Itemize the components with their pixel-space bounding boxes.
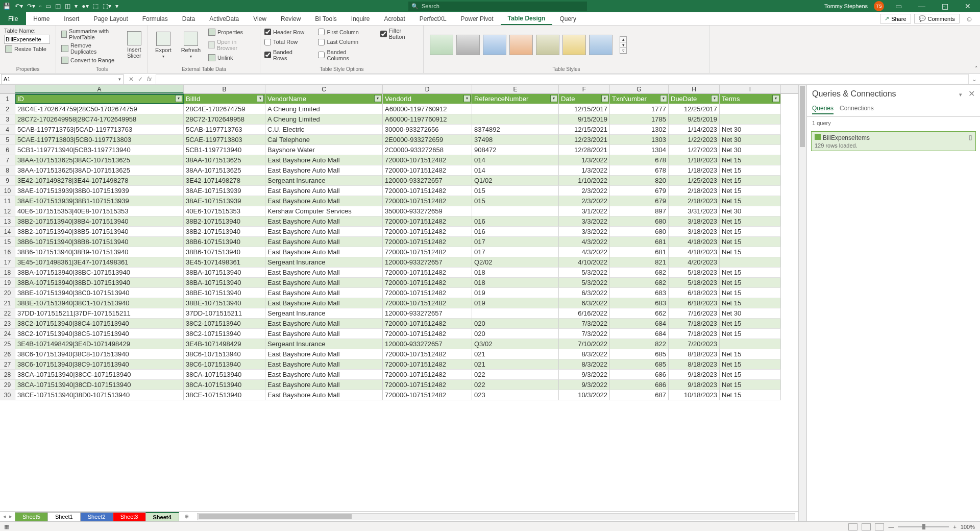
- data-cell[interactable]: 1/3/2022: [559, 155, 610, 165]
- data-cell[interactable]: [472, 114, 559, 125]
- data-cell[interactable]: 4/20/2023: [669, 257, 720, 268]
- unlink-button[interactable]: Unlink: [207, 54, 256, 62]
- row-number[interactable]: 27: [0, 359, 15, 370]
- data-cell[interactable]: 3E4B-1071498429|3E4D-1071498429: [15, 339, 184, 349]
- sheet-tab-sheet5[interactable]: Sheet5: [15, 512, 48, 521]
- data-cell[interactable]: 1/25/2023: [669, 176, 720, 186]
- data-cell[interactable]: 3/3/2022: [559, 227, 610, 237]
- data-cell[interactable]: 8/3/2022: [559, 349, 610, 359]
- column-header[interactable]: F: [559, 85, 610, 93]
- row-number[interactable]: 28: [0, 370, 15, 380]
- row-number[interactable]: 11: [0, 196, 15, 206]
- data-cell[interactable]: 9/25/2019: [669, 114, 720, 125]
- data-cell[interactable]: 020: [472, 319, 559, 329]
- row-number[interactable]: 9: [0, 176, 15, 186]
- data-cell[interactable]: 682: [610, 268, 669, 278]
- data-cell[interactable]: 40E6-1071515353|40E8-1071515353: [15, 206, 184, 216]
- data-cell[interactable]: East Bayshore Auto Mall: [265, 155, 383, 165]
- data-cell[interactable]: 680: [610, 227, 669, 237]
- data-cell[interactable]: Sergeant Insurance: [265, 257, 383, 268]
- data-cell[interactable]: 5/3/2022: [559, 268, 610, 278]
- table-style-swatch[interactable]: [589, 35, 612, 55]
- data-cell[interactable]: Net 15: [720, 196, 781, 206]
- data-cell[interactable]: 12/15/2021: [559, 125, 610, 135]
- data-cell[interactable]: A Cheung Limited: [265, 104, 383, 114]
- data-cell[interactable]: 720000-1071512482: [383, 370, 472, 380]
- column-header[interactable]: A: [15, 85, 184, 93]
- data-cell[interactable]: 6/3/2022: [559, 288, 610, 298]
- data-cell[interactable]: 685: [610, 349, 669, 359]
- data-cell[interactable]: 016: [472, 216, 559, 227]
- data-cell[interactable]: 5CAE-1197713803|5CB0-1197713803: [15, 135, 184, 145]
- table-header-cell[interactable]: VendorId▾: [383, 94, 472, 104]
- data-cell[interactable]: East Bayshore Auto Mall: [265, 165, 383, 176]
- data-cell[interactable]: 8/18/2023: [669, 349, 720, 359]
- data-cell[interactable]: 38C6-1071513940: [184, 349, 265, 359]
- data-cell[interactable]: East Bayshore Auto Mall: [265, 268, 383, 278]
- data-cell[interactable]: 3E42-1071498278|3E44-1071498278: [15, 176, 184, 186]
- data-cell[interactable]: East Bayshore Auto Mall: [265, 247, 383, 257]
- column-header[interactable]: H: [669, 85, 720, 93]
- data-cell[interactable]: 38AE-1071513939|38B0-1071513939: [15, 186, 184, 196]
- data-cell[interactable]: 1/18/2023: [669, 155, 720, 165]
- filter-button-check[interactable]: Filter Button: [380, 28, 419, 40]
- namebox-dropdown-icon[interactable]: ▾: [118, 77, 121, 82]
- data-cell[interactable]: 3/18/2023: [669, 227, 720, 237]
- data-cell[interactable]: 821: [610, 257, 669, 268]
- filter-dropdown-icon[interactable]: ▾: [772, 95, 779, 102]
- data-cell[interactable]: 12/23/2021: [559, 135, 610, 145]
- resize-table-button[interactable]: Resize Table: [4, 45, 52, 53]
- data-cell[interactable]: East Bayshore Auto Mall: [265, 216, 383, 227]
- zoom-in-icon[interactable]: +: [953, 524, 956, 530]
- cancel-formula-icon[interactable]: ✕: [129, 76, 134, 83]
- data-cell[interactable]: East Bayshore Auto Mall: [265, 319, 383, 329]
- ribbon-tab-view[interactable]: View: [246, 12, 274, 25]
- maximize-icon[interactable]: ◱: [937, 2, 953, 10]
- row-number[interactable]: 12: [0, 206, 15, 216]
- new-sheet-icon[interactable]: ⊕: [179, 513, 194, 520]
- data-cell[interactable]: 9/18/2023: [669, 370, 720, 380]
- table-header-cell[interactable]: Terms▾: [720, 94, 781, 104]
- table-style-swatch[interactable]: [509, 35, 533, 55]
- row-number[interactable]: 17: [0, 257, 15, 268]
- data-cell[interactable]: 5CAB-1197713763: [184, 125, 265, 135]
- data-cell[interactable]: Cal Telephone: [265, 135, 383, 145]
- data-cell[interactable]: 678: [610, 165, 669, 176]
- column-header[interactable]: E: [472, 85, 559, 93]
- data-cell[interactable]: 908472: [472, 145, 559, 155]
- data-cell[interactable]: 662: [610, 308, 669, 319]
- data-cell[interactable]: 720000-1071512482: [383, 359, 472, 370]
- data-cell[interactable]: 120000-933272657: [383, 257, 472, 268]
- data-cell[interactable]: 38C2-1071513940: [184, 329, 265, 339]
- data-cell[interactable]: Q2/02: [472, 257, 559, 268]
- data-cell[interactable]: A60000-1197760912: [383, 104, 472, 114]
- data-cell[interactable]: East Bayshore Auto Mall: [265, 288, 383, 298]
- data-cell[interactable]: 5CAE-1197713803: [184, 135, 265, 145]
- pane-close-icon[interactable]: ✕: [968, 89, 975, 98]
- data-cell[interactable]: 680: [610, 216, 669, 227]
- formula-expand-icon[interactable]: ⌄: [969, 76, 980, 83]
- data-cell[interactable]: East Bayshore Auto Mall: [265, 298, 383, 308]
- user-avatar[interactable]: TS: [874, 1, 884, 11]
- data-cell[interactable]: Kershaw Computer Services: [265, 206, 383, 216]
- data-cell[interactable]: Sergeant Insurance: [265, 339, 383, 349]
- data-cell[interactable]: 38BA-1071513940|38BD-1071513940: [15, 278, 184, 288]
- data-cell[interactable]: 683: [610, 288, 669, 298]
- data-cell[interactable]: Sergeant Insurance: [265, 308, 383, 319]
- data-cell[interactable]: Bayshore Water: [265, 145, 383, 155]
- filter-dropdown-icon[interactable]: ▾: [660, 95, 667, 102]
- row-number[interactable]: 21: [0, 298, 15, 308]
- data-cell[interactable]: 28C4E-1702674759|28C50-1702674759: [15, 104, 184, 114]
- data-cell[interactable]: 28C72-1702649958: [184, 114, 265, 125]
- data-cell[interactable]: 37DD-1071515211: [184, 308, 265, 319]
- formula-input[interactable]: [156, 74, 969, 84]
- data-cell[interactable]: Net 15: [720, 165, 781, 176]
- data-cell[interactable]: [720, 114, 781, 125]
- refresh-button[interactable]: Refresh▾: [180, 28, 202, 62]
- data-cell[interactable]: Net 15: [720, 319, 781, 329]
- user-name[interactable]: Tommy Stephens: [824, 3, 868, 9]
- collapse-ribbon-icon[interactable]: ˄: [975, 65, 978, 72]
- data-cell[interactable]: Net 15: [720, 176, 781, 186]
- data-cell[interactable]: 679: [610, 186, 669, 196]
- data-cell[interactable]: 38B6-1071513940|38B9-1071513940: [15, 247, 184, 257]
